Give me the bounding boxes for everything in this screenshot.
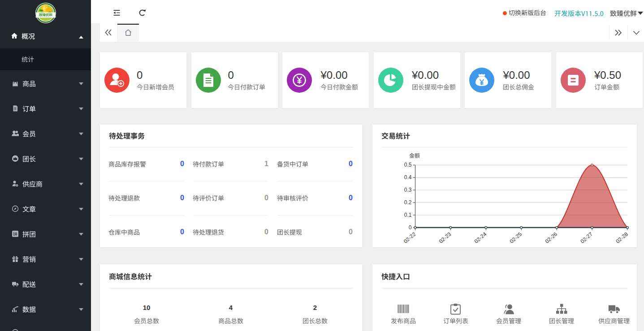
svg-text:02-22: 02-22 <box>402 231 417 245</box>
svg-text:0.1: 0.1 <box>404 212 412 218</box>
svg-text:0.3: 0.3 <box>404 187 412 193</box>
svg-text:02-24: 02-24 <box>473 231 488 245</box>
svg-text:0.2: 0.2 <box>404 199 412 206</box>
svg-text:02-23: 02-23 <box>438 231 453 245</box>
svg-text:0.5: 0.5 <box>404 162 412 168</box>
svg-text:02-27: 02-27 <box>579 231 594 245</box>
svg-text:0: 0 <box>409 224 412 231</box>
svg-text:0.4: 0.4 <box>404 174 412 181</box>
svg-text:02-26: 02-26 <box>544 231 559 245</box>
svg-text:02-25: 02-25 <box>509 231 523 245</box>
svg-text:02-28: 02-28 <box>614 231 629 245</box>
